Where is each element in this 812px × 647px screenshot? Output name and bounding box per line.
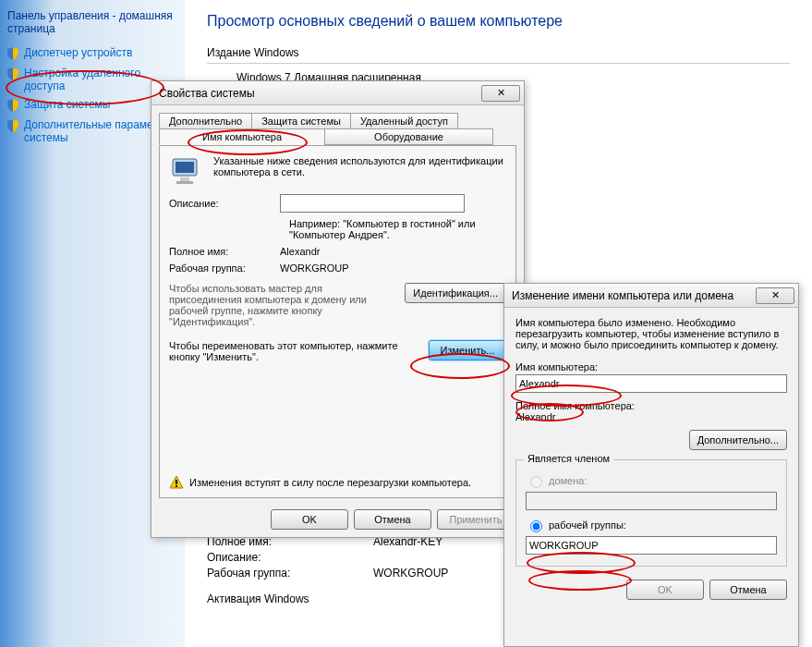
sidebar-title: Панель управления - домашняя страница (7, 9, 179, 35)
identification-desc: Указанные ниже сведения используются для… (169, 155, 506, 177)
rename-text: Чтобы переименовать этот компьютер, нажм… (169, 340, 421, 362)
restart-warning: Изменения вступят в силу после перезагру… (169, 475, 471, 490)
svg-rect-4 (176, 480, 177, 484)
svg-rect-1 (176, 162, 194, 173)
wizard-text: Чтобы использовать мастер для присоедине… (169, 283, 397, 327)
svg-rect-3 (176, 181, 193, 184)
page-title: Просмотр основных сведений о вашем компь… (207, 13, 790, 30)
workgroup-label: Рабочая группа: (169, 262, 280, 274)
close-icon: ✕ (771, 289, 780, 301)
dialog-title: Свойства системы (159, 87, 255, 100)
sidebar-link[interactable]: Защита системы (24, 98, 110, 111)
lbl-desc: Описание: (207, 551, 373, 564)
tab-protection[interactable]: Защита системы (251, 113, 351, 129)
description-input[interactable] (280, 194, 465, 213)
dialog-titlebar[interactable]: Изменение имени компьютера или домена ✕ (504, 284, 798, 308)
close-button[interactable]: ✕ (756, 287, 794, 304)
identification-button[interactable]: Идентификация... (405, 283, 506, 303)
fullname-label: Полное имя: (169, 246, 280, 257)
section-edition: Издание Windows (207, 46, 790, 59)
fullname-val: Alexandr (280, 246, 320, 257)
fullname-val: Alexandr (515, 411, 787, 422)
workgroup-val: WORKGROUP (280, 262, 349, 274)
more-button[interactable]: Дополнительно... (689, 430, 787, 450)
dialog-title: Изменение имени компьютера или домена (512, 289, 733, 302)
warning-text: Изменения вступят в силу после перезагру… (189, 477, 471, 488)
cancel-button[interactable]: Отмена (709, 580, 787, 600)
workgroup-label: рабочей группы: (549, 519, 626, 531)
ok-button[interactable]: OK (626, 580, 704, 600)
computer-name-label: Имя компьютера: (515, 361, 787, 372)
rename-computer-dialog: Изменение имени компьютера или домена ✕ … (503, 283, 799, 647)
cancel-button[interactable]: Отмена (354, 509, 431, 530)
desc-label: Описание: (169, 198, 280, 209)
sidebar-item-device-manager[interactable]: Диспетчер устройств (6, 46, 179, 61)
shield-icon (6, 98, 20, 113)
close-button[interactable]: ✕ (481, 85, 520, 102)
workgroup-radio[interactable] (530, 520, 542, 532)
domain-input (526, 492, 777, 510)
warning-icon (169, 475, 184, 490)
lbl-workgroup: Рабочая группа: (207, 567, 373, 580)
fullname-label: Полное имя компьютера: (515, 400, 787, 411)
shield-icon (6, 118, 20, 133)
shield-icon (6, 46, 20, 61)
shield-icon (6, 67, 20, 81)
tab-remote[interactable]: Удаленный доступ (350, 113, 458, 129)
domain-radio[interactable] (530, 476, 542, 488)
close-icon: ✕ (497, 87, 505, 99)
svg-rect-5 (176, 485, 177, 487)
computer-name-input[interactable] (515, 374, 787, 393)
change-button[interactable]: Изменить... (429, 340, 506, 360)
tab-body: Указанные ниже сведения используются для… (159, 145, 516, 498)
member-of-group: Является членом домена: рабочей группы: (515, 459, 787, 567)
domain-label: домена: (549, 475, 587, 486)
member-of-title: Является членом (524, 453, 613, 464)
desc-hint: Например: "Компьютер в гостиной" или "Ко… (289, 218, 506, 240)
val-workgroup: WORKGROUP (373, 567, 448, 580)
rename-desc: Имя компьютера было изменено. Необходимо… (515, 317, 787, 350)
system-properties-dialog: Свойства системы ✕ Дополнительно Защита … (151, 80, 525, 538)
ok-button[interactable]: OK (271, 509, 348, 530)
svg-rect-2 (180, 177, 189, 181)
tab-hardware[interactable]: Оборудование (324, 128, 493, 145)
workgroup-input[interactable] (526, 536, 777, 555)
dialog-titlebar[interactable]: Свойства системы ✕ (151, 81, 524, 105)
tab-advanced[interactable]: Дополнительно (159, 113, 252, 129)
tab-computer-name[interactable]: Имя компьютера (159, 128, 325, 145)
sidebar-link[interactable]: Диспетчер устройств (24, 46, 132, 59)
computer-icon (169, 155, 206, 189)
